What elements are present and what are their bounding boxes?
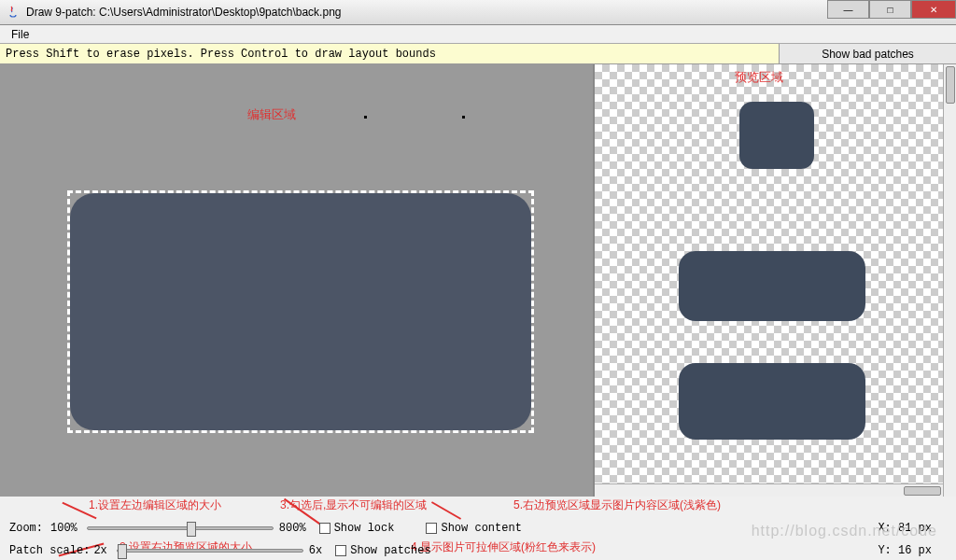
- preview-area-label: 预览区域: [735, 69, 783, 86]
- workspace: 编辑区域 预览区域: [0, 64, 956, 497]
- window-titlebar: Draw 9-patch: C:\Users\Administrator\Des…: [0, 0, 956, 25]
- maximize-button[interactable]: □: [869, 0, 911, 19]
- patch-scale-max: 6x: [309, 544, 322, 557]
- menu-file[interactable]: File: [6, 28, 35, 41]
- show-content-label: Show content: [441, 522, 521, 535]
- zoom-min: 100%: [50, 522, 77, 535]
- show-patches-checkbox[interactable]: [335, 545, 346, 556]
- slider-knob[interactable]: [118, 544, 127, 559]
- patch-scale-slider[interactable]: [117, 549, 303, 553]
- preview-vertical-scrollbar[interactable]: [943, 64, 956, 497]
- show-content-checkbox[interactable]: [426, 523, 437, 534]
- guide-dot: [364, 116, 367, 119]
- hint-text: Press Shift to erase pixels. Press Contr…: [0, 44, 779, 63]
- scrollbar-thumb[interactable]: [946, 66, 955, 104]
- java-icon: [6, 5, 21, 20]
- guide-dot: [462, 116, 465, 119]
- hint-bar: Press Shift to erase pixels. Press Contr…: [0, 44, 956, 64]
- minimize-button[interactable]: —: [827, 0, 869, 19]
- show-patches-label: Show patches: [350, 544, 430, 557]
- zoom-max: 800%: [279, 522, 306, 535]
- status-y: Y: 16 px: [878, 544, 932, 557]
- controls-row-1: Zoom: 100% 800% Show lock Show content X…: [9, 517, 947, 539]
- menu-bar: File: [0, 25, 956, 44]
- annotation-1: 1.设置左边编辑区域的大小: [89, 497, 221, 513]
- preview-sample: [739, 102, 814, 169]
- preview-pane: 预览区域: [595, 64, 956, 497]
- scrollbar-thumb[interactable]: [904, 486, 941, 496]
- annotation-5: 5.右边预览区域显示图片内容区域(浅紫色): [513, 497, 721, 513]
- bottom-panel: 1.设置左边编辑区域的大小 3.勾选后,显示不可编辑的区域 5.右边预览区域显示…: [0, 497, 956, 560]
- show-lock-checkbox[interactable]: [319, 523, 330, 534]
- window-title: Draw 9-patch: C:\Users\Administrator\Des…: [26, 6, 827, 19]
- nine-patch-bounds[interactable]: [67, 190, 534, 433]
- show-bad-patches-button[interactable]: Show bad patches: [779, 44, 956, 63]
- preview-sample: [679, 251, 865, 321]
- preview-horizontal-scrollbar[interactable]: [595, 483, 943, 497]
- window-controls: — □ ✕: [827, 0, 956, 24]
- patch-scale-min: 2x: [93, 544, 106, 557]
- zoom-label: Zoom:: [9, 522, 47, 535]
- nine-patch-image: [70, 193, 531, 430]
- close-button[interactable]: ✕: [911, 0, 956, 19]
- show-lock-label: Show lock: [334, 522, 395, 535]
- edit-pane[interactable]: 编辑区域: [0, 64, 595, 497]
- preview-sample: [679, 363, 865, 440]
- patch-scale-label: Patch scale:: [9, 544, 90, 557]
- status-x: X: 81 px: [878, 522, 932, 535]
- zoom-slider[interactable]: [87, 526, 274, 530]
- slider-knob[interactable]: [187, 522, 196, 537]
- edit-area-label: 编辑区域: [247, 106, 296, 123]
- controls-row-2: Patch scale: 2x 6x Show patches Y: 16 px: [9, 539, 947, 560]
